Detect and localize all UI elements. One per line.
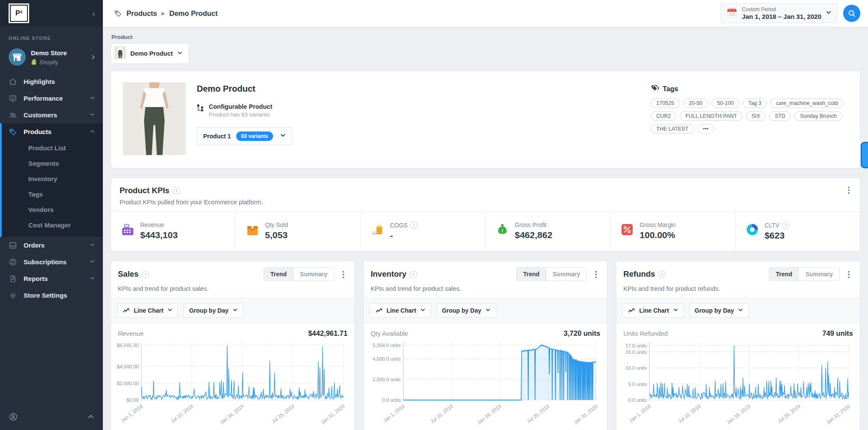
kpi-card-menu-icon[interactable]: ⋮: [845, 186, 853, 194]
sidebar-item-label: Customers: [24, 111, 57, 119]
kpi-label: Gross Margin: [640, 221, 676, 228]
kpi-value: 5,053: [265, 230, 288, 240]
svg-text:$4,000.00: $4,000.00: [117, 364, 139, 369]
line-chart-icon: [628, 308, 635, 314]
toggle-summary[interactable]: Summary: [293, 268, 334, 281]
info-icon[interactable]: i: [782, 221, 789, 229]
toggle-trend[interactable]: Trend: [264, 268, 293, 281]
refunds-chart: 17.0 units15.0 units10.0 units5.0 units0…: [616, 338, 860, 430]
chevron-down-icon: [90, 258, 95, 266]
cash-register-icon: [120, 222, 135, 237]
sales-menu-icon[interactable]: ⋮: [339, 270, 348, 278]
sidebar-item-highlights[interactable]: Highlights: [0, 73, 103, 90]
variant-dropdown-label: Product 1: [203, 133, 231, 140]
kpi-card-subtitle: Product KPIs pulled from your Ecommerce …: [120, 199, 851, 206]
sidebar-subitem-vendors[interactable]: Vendors: [2, 202, 103, 217]
kpi-texts: Revenue$443,103: [140, 221, 178, 241]
sidebar-item-performance[interactable]: Performance: [0, 90, 103, 107]
sidebar-subitem-inventory[interactable]: Inventory: [2, 171, 103, 186]
product-tag[interactable]: •••: [697, 124, 714, 134]
search-button[interactable]: [843, 5, 860, 22]
kpi-cltv: CLTVi$623: [735, 212, 860, 251]
breadcrumb-section[interactable]: Products: [126, 9, 157, 18]
info-icon[interactable]: i: [410, 221, 417, 229]
chevron-down-icon: [90, 95, 95, 102]
sales-group-by-dropdown[interactable]: Group by Day: [183, 303, 243, 318]
kpi-value: $623: [765, 230, 790, 241]
sidebar-subitem-segments[interactable]: Segments: [2, 155, 103, 171]
inventory-group-by-dropdown[interactable]: Group by Day: [436, 303, 496, 318]
sidebar-subitem-tags[interactable]: Tags: [2, 186, 103, 202]
kpi-cogs: COGSi-: [360, 212, 485, 251]
product-tag[interactable]: Sunday Brunch: [794, 111, 842, 121]
sidebar-item-customers[interactable]: Customers: [0, 107, 103, 123]
sidebar-item-orders[interactable]: Orders: [0, 237, 103, 254]
scrollbar-thumb[interactable]: [861, 142, 868, 168]
chevron-down-icon: [420, 307, 426, 314]
product-selector-chevron-icon: [177, 50, 183, 57]
tags-block: Tags 17052520-5050-100Tag 3care_machine_…: [651, 82, 848, 157]
toggle-summary[interactable]: Summary: [799, 268, 839, 281]
breadcrumb-separator-icon: ▶: [162, 11, 165, 16]
kpi-texts: Qty Sold5,053: [265, 221, 288, 241]
variant-dropdown[interactable]: Product 1 83 variants: [197, 127, 292, 145]
store-chevron-right-icon[interactable]: [90, 54, 96, 62]
sidebar-item-products[interactable]: Products: [2, 123, 103, 140]
refunds-group-by-dropdown[interactable]: Group by Day: [689, 303, 749, 318]
inventory-chart-type-dropdown[interactable]: Line Chart: [370, 303, 431, 318]
kpi-value: $462,862: [515, 230, 553, 240]
product-tag[interactable]: care_machine_wash_cold: [770, 99, 844, 108]
info-icon[interactable]: i: [142, 271, 149, 278]
toggle-trend[interactable]: Trend: [769, 268, 799, 281]
svg-text:5,354.0 units: 5,354.0 units: [372, 343, 401, 348]
info-icon[interactable]: i: [173, 187, 180, 194]
product-tag[interactable]: CUR2: [651, 111, 676, 121]
refunds-chart-type-dropdown[interactable]: Line Chart: [622, 303, 684, 318]
kpi-label: Revenue: [140, 221, 178, 228]
store-switcher[interactable]: Demo Store Shopify: [0, 44, 103, 73]
svg-text:Jan 16, 2019: Jan 16, 2019: [726, 403, 751, 425]
date-range-picker[interactable]: Custom Period Jan 1, 2018 – Jan 31, 2020: [721, 3, 837, 23]
sidebar-subitem-product-list[interactable]: Product List: [2, 140, 103, 155]
product-tag[interactable]: STD: [769, 111, 791, 121]
svg-text:Jul 25, 2019: Jul 25, 2019: [271, 403, 295, 424]
product-tag[interactable]: 50-100: [712, 99, 739, 108]
sales-chart-type-dropdown[interactable]: Line Chart: [117, 303, 178, 318]
user-account-icon[interactable]: [9, 412, 18, 423]
product-tag[interactable]: FULL LENGTH PANT: [680, 111, 742, 121]
app-logo[interactable]: P³: [9, 3, 29, 23]
inventory-menu-icon[interactable]: ⋮: [592, 270, 600, 278]
refunds-menu-icon[interactable]: ⋮: [845, 270, 853, 278]
sidebar-item-reports[interactable]: Reports: [0, 270, 103, 287]
sidebar-group-customers: Customers: [0, 107, 103, 123]
shopify-icon: [31, 59, 37, 66]
svg-text:Jul 25, 2019: Jul 25, 2019: [777, 403, 802, 424]
svg-text:$0.00: $0.00: [126, 397, 139, 403]
toggle-trend[interactable]: Trend: [517, 268, 546, 281]
product-tag[interactable]: SIX: [746, 111, 766, 121]
info-icon[interactable]: i: [410, 271, 417, 278]
sidebar-item-store-settings[interactable]: Store Settings: [0, 287, 103, 304]
product-tag[interactable]: 20-50: [683, 99, 708, 108]
refunds-card: RefundsiTrendSummary⋮KPIs and trend for …: [616, 261, 860, 430]
sidebar-group-performance: Performance: [0, 90, 103, 107]
product-tag[interactable]: Tag 3: [743, 99, 767, 108]
product-tag[interactable]: THE LATEST: [651, 124, 694, 134]
svg-text:0.0 units: 0.0 units: [628, 397, 647, 403]
sidebar-item-subscriptions[interactable]: Subscriptions: [0, 254, 103, 270]
tags-icon: [651, 84, 659, 94]
info-icon[interactable]: i: [658, 271, 666, 278]
sidebar-subitem-cost-manager[interactable]: Cost Manager: [2, 217, 103, 233]
svg-text:Jan 16, 2019: Jan 16, 2019: [476, 403, 502, 425]
kpi-texts: COGSi-: [390, 221, 417, 241]
sidebar-group-products: ProductsProduct ListSegmentsInventoryTag…: [0, 123, 103, 237]
search-icon: [848, 9, 856, 18]
product-selector-dropdown[interactable]: Demo Product: [111, 43, 189, 64]
sidebar-collapse-icon[interactable]: ‹: [92, 9, 95, 18]
product-tag[interactable]: 170525: [651, 99, 680, 108]
kpi-gross-profit: Gross Profit$462,862: [485, 212, 610, 251]
money-bag-icon: [495, 222, 510, 237]
toggle-summary[interactable]: Summary: [546, 268, 587, 281]
sidebar-footer-collapse-icon[interactable]: [87, 413, 94, 422]
product-thumbnail: [114, 46, 126, 61]
